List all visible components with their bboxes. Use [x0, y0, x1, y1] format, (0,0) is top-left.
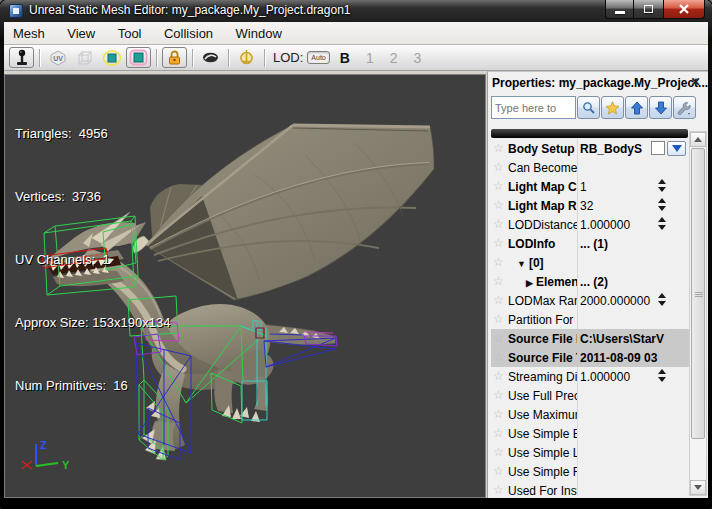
property-row[interactable]: ☆LODDistance Ra1.000000: [491, 215, 689, 234]
property-label: Used For Instan: [508, 484, 577, 496]
property-row[interactable]: ☆Can Become Dy: [491, 158, 689, 177]
favorite-star-icon[interactable]: ☆: [493, 293, 504, 307]
menu-tool[interactable]: Tool: [109, 22, 151, 41]
property-row[interactable]: ☆Streaming Dista1.000000: [491, 367, 689, 386]
property-row[interactable]: ☆Source File Tim2011-08-09 03: [491, 348, 689, 367]
property-row[interactable]: ☆Use Simple Rigid✓: [491, 462, 689, 481]
property-row[interactable]: ☆Use Maximum St: [491, 405, 689, 424]
value-spinner[interactable]: [656, 198, 668, 213]
favorite-star-icon[interactable]: ☆: [493, 179, 504, 193]
object-dropdown-button[interactable]: [667, 141, 686, 156]
scroll-down-icon[interactable]: [690, 480, 706, 495]
property-row[interactable]: ☆Use Simple Line✓: [491, 443, 689, 462]
property-label: Streaming Dista: [508, 370, 577, 384]
lod-1-button[interactable]: 1: [366, 50, 374, 66]
property-label: Use Simple Box: [508, 427, 577, 441]
favorite-star-icon[interactable]: ☆: [493, 388, 504, 402]
menu-collision[interactable]: Collision: [155, 22, 222, 41]
lod-auto-button[interactable]: Auto: [307, 51, 329, 64]
property-row[interactable]: ☆LODInfo... (1): [491, 234, 689, 253]
favorite-star-icon[interactable]: ☆: [493, 160, 504, 174]
value-spinner[interactable]: [656, 179, 668, 194]
show-bounds-button[interactable]: [99, 47, 124, 68]
property-row[interactable]: ☆Light Map Res32: [491, 196, 689, 215]
favorite-star-icon[interactable]: ☆: [493, 217, 504, 231]
property-label: ▶Elements: [508, 275, 577, 289]
value-spinner[interactable]: [656, 217, 668, 232]
show-object-button[interactable]: [651, 141, 665, 155]
value-spinner[interactable]: [656, 293, 668, 308]
property-label: Use Full Precision: [508, 389, 577, 403]
find-previous-button[interactable]: [625, 96, 648, 119]
search-input[interactable]: [491, 96, 576, 119]
options-button[interactable]: [673, 96, 696, 119]
favorite-star-icon[interactable]: ☆: [493, 331, 504, 345]
property-row[interactable]: ☆Use Full Precision: [491, 386, 689, 405]
dropdown-triangle-icon: [672, 145, 682, 152]
scroll-up-icon[interactable]: [690, 132, 706, 147]
menu-window[interactable]: Window: [227, 22, 291, 41]
expand-arrow-icon[interactable]: ▶: [526, 278, 533, 288]
lod-base-button[interactable]: B: [340, 50, 350, 66]
favorite-star-icon[interactable]: ☆: [493, 350, 504, 364]
panel-close-icon[interactable]: ✕: [688, 75, 703, 90]
titlebar[interactable]: Unreal Static Mesh Editor: my_package.My…: [0, 0, 712, 22]
show-bounds-icon: [102, 49, 122, 66]
axis-z-label: Z: [40, 439, 47, 451]
lod-3-button[interactable]: 3: [413, 50, 421, 66]
favorite-star-icon[interactable]: ☆: [493, 312, 504, 326]
property-row[interactable]: ☆Source File PatC:\Users\StarV: [491, 329, 689, 348]
static-mesh-editor-window: Unreal Static Mesh Editor: my_package.My…: [0, 0, 712, 509]
stat-triangles: Triangles: 4956: [15, 123, 170, 144]
panel-scrollbar[interactable]: [689, 131, 707, 496]
pilot-joystick-button[interactable]: [9, 47, 34, 68]
favorite-star-icon[interactable]: ☆: [493, 236, 504, 250]
favorite-star-icon[interactable]: ☆: [493, 464, 504, 478]
show-collision-button[interactable]: [126, 47, 151, 68]
value-spinner[interactable]: [656, 369, 668, 384]
properties-panel: Properties: my_package.My_Project.... ✕: [487, 71, 708, 498]
favorite-star-icon[interactable]: ☆: [493, 426, 504, 440]
find-next-button[interactable]: [649, 96, 672, 119]
property-row[interactable]: ☆▶Elements... (2): [491, 272, 689, 291]
property-row[interactable]: ☆Use Simple Box✓: [491, 424, 689, 443]
scrollbar-thumb[interactable]: [691, 148, 705, 439]
property-row[interactable]: ☆Body SetupRB_BodyS: [491, 139, 689, 158]
menu-mesh[interactable]: Mesh: [4, 22, 54, 41]
favorite-star-icon[interactable]: ☆: [493, 369, 504, 383]
lod-label: LOD:: [273, 50, 303, 65]
favorite-star-icon[interactable]: ☆: [493, 483, 504, 496]
3d-viewport[interactable]: Z Y Triangles: 4956 Vertices: 3736 UV Ch…: [4, 74, 486, 498]
close-button[interactable]: [663, 0, 705, 19]
category-header-bar[interactable]: [491, 129, 688, 138]
wireframe-cube-button[interactable]: [72, 47, 97, 68]
socket-manager-button[interactable]: [234, 47, 259, 68]
favorite-star-icon[interactable]: ☆: [493, 198, 504, 212]
collapse-arrow-icon[interactable]: ▼: [517, 259, 526, 269]
menu-view[interactable]: View: [58, 22, 104, 41]
favorites-button[interactable]: [601, 96, 624, 119]
axis-y-label: Y: [62, 459, 70, 471]
favorite-star-icon[interactable]: ☆: [493, 141, 504, 155]
property-row[interactable]: ☆Light Map Coc1: [491, 177, 689, 196]
favorite-star-icon[interactable]: ☆: [493, 407, 504, 421]
favorite-star-icon[interactable]: ☆: [493, 274, 504, 288]
property-label: Can Become Dy: [508, 161, 577, 175]
favorite-star-icon[interactable]: ☆: [493, 255, 504, 269]
lod-2-button[interactable]: 2: [390, 50, 398, 66]
uv-overlay-button[interactable]: UV: [45, 47, 70, 68]
search-button[interactable]: [577, 96, 600, 119]
camera-button[interactable]: [198, 47, 223, 68]
property-value: ... (2): [580, 275, 689, 289]
property-row[interactable]: ☆Partition For Edg✓: [491, 310, 689, 329]
maximize-button[interactable]: [634, 0, 663, 19]
property-label: Use Simple Line: [508, 446, 577, 460]
minimize-button[interactable]: [605, 0, 634, 19]
arrow-up-icon: [630, 101, 644, 115]
search-row: [491, 96, 696, 120]
favorite-star-icon[interactable]: ☆: [493, 445, 504, 459]
property-row[interactable]: ☆LODMax Range2000.000000: [491, 291, 689, 310]
property-row[interactable]: ☆Used For Instan: [491, 481, 689, 496]
property-row[interactable]: ☆▼[0]: [491, 253, 689, 272]
lock-camera-button[interactable]: [162, 47, 187, 68]
